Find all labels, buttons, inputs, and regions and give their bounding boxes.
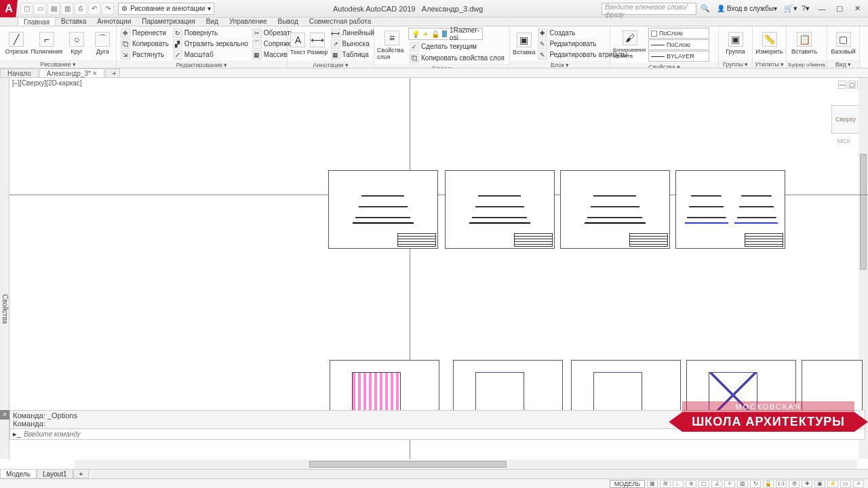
workspace-selector[interactable]: ⚙ Рисование и аннотации ▾ [118,3,214,15]
matchprop-button[interactable]: 🖌Копирование свойств [613,29,647,60]
match-layer-button[interactable]: ⿻Копировать свойства слоя [408,53,506,63]
viewport-controls[interactable]: [–][Сверху][2D-каркас] [12,79,82,87]
layer-combo[interactable]: 💡 ☀ 🔓 1Razmer-osi [408,28,483,40]
ortho-toggle-icon[interactable]: ∟ [673,480,684,488]
leader-button[interactable]: ↗Выноска [330,39,376,49]
transparency-toggle-icon[interactable]: ▨ [737,480,748,488]
isolate-icon[interactable]: ▣ [814,480,825,488]
customize-icon[interactable]: ≡ [853,480,864,488]
close-button[interactable]: ✕ [849,3,865,15]
line-button[interactable]: ╱Отрезок [3,28,31,59]
layout-tab-model[interactable]: Модель [0,470,37,479]
lineweight-combo[interactable]: ПоСлою [648,39,709,50]
search-icon[interactable]: 🔍 [701,4,710,13]
grid-toggle-icon[interactable]: ▦ [647,480,658,488]
annoscale-icon[interactable]: 🔒 [763,480,774,488]
rotate-button[interactable]: ↻Повернуть [172,28,250,38]
close-tab-icon[interactable]: × [93,70,97,77]
vp-minimize-icon[interactable]: — [838,81,846,89]
infocenter-search[interactable]: Введите ключевое слово/фразу [601,3,696,15]
panel-properties-title[interactable]: Свойства ▾ [610,63,718,68]
minimize-button[interactable]: — [814,3,830,15]
drawing-sheet[interactable] [328,170,438,249]
panel-annotation-title[interactable]: Аннотации ▾ [288,61,374,68]
file-tab-current[interactable]: Александр_3* × [39,68,104,77]
scale-icon[interactable]: 1:1 [776,480,787,488]
file-tab-start[interactable]: Начало [0,68,39,77]
otrack-toggle-icon[interactable]: ∠ [711,480,722,488]
workspace-icon[interactable]: ✚ [802,480,812,488]
make-current-button[interactable]: ✓Сделать текущим [408,41,506,52]
cmd-close-icon[interactable]: × [0,410,9,420]
tab-home[interactable]: Главная [18,17,56,26]
tab-output[interactable]: Вывод [273,17,304,26]
baseview-button[interactable]: ▢Базовый [830,28,856,59]
drawing-sheet[interactable] [560,170,670,249]
arc-button[interactable]: ⌒Дуга [92,28,113,59]
move-button[interactable]: ✥Перенести [119,28,170,38]
stretch-button[interactable]: ⇲Растянуть [119,49,170,60]
tab-collaborate[interactable]: Совместная работа [304,17,377,26]
qat-undo-icon[interactable]: ↶ [88,3,100,15]
horizontal-scrollbar[interactable] [75,460,857,469]
panel-draw-title[interactable]: Рисование ▾ [0,60,116,68]
group-button[interactable]: ▣Группа [722,28,749,59]
cycling-toggle-icon[interactable]: ↻ [750,480,761,488]
panel-block-title[interactable]: Блок ▾ [510,61,610,68]
lineweight-toggle-icon[interactable]: ≡ [724,480,735,488]
annovis-icon[interactable]: ⚙ [789,480,800,488]
tab-view[interactable]: Вид [201,17,224,26]
scale-button[interactable]: ⤢Масштаб [172,49,250,60]
linear-dim-button[interactable]: ⟷Линейный [330,28,376,38]
mirror-button[interactable]: ▞Отразить зеркально [172,39,250,49]
qat-saveas-icon[interactable]: ▥ [61,3,73,15]
tab-insert[interactable]: Вставка [56,17,92,26]
panel-modify-title[interactable]: Редактирование ▾ [117,61,287,68]
qat-save-icon[interactable]: ▤ [47,3,60,15]
panel-utils-title[interactable]: Утилиты▾ [753,60,786,68]
signin-button[interactable]: 👤 Вход в службы▾ [714,5,780,12]
app-logo[interactable]: A [0,0,18,18]
snap-toggle-icon[interactable]: ⊞ [660,480,671,488]
new-tab-button[interactable]: + [105,68,120,77]
layout-add-button[interactable]: + [73,470,90,479]
paste-button[interactable]: 📋Вставить [789,28,819,59]
copy-button[interactable]: ⿻Копировать [119,39,170,49]
layout-tab-layout1[interactable]: Layout1 [37,470,73,479]
cleanscreen-icon[interactable]: ▭ [840,480,851,488]
viewcube[interactable]: Сверху [831,105,860,134]
hardware-icon[interactable]: ⚡ [827,480,838,488]
osnap-toggle-icon[interactable]: ▢ [698,480,709,488]
panel-view-title[interactable]: Вид▾ [827,60,859,68]
tab-annotate[interactable]: Аннотации [92,17,136,26]
wcs-label[interactable]: МСК [837,138,850,144]
qat-new-icon[interactable]: ▢ [20,3,33,15]
maximize-button[interactable]: ▢ [831,3,848,15]
circle-button[interactable]: ○Круг [63,28,91,59]
modelspace-toggle[interactable]: МОДЕЛЬ [610,480,645,488]
help-icon[interactable]: ?▾ [802,4,810,13]
layer-properties-button[interactable]: ≡Свойства слоя [377,30,407,61]
vp-maximize-icon[interactable]: ▢ [848,81,856,89]
dimension-button[interactable]: ⟷Размер [307,28,328,60]
qat-redo-icon[interactable]: ↷ [102,3,114,15]
drawing-canvas[interactable]: Свойства [–][Сверху][2D-каркас] — ▢ × Св… [0,78,868,459]
qat-plot-icon[interactable]: ⎙ [75,3,87,15]
linetype-combo[interactable]: BYLAYER [648,51,709,62]
polyline-button[interactable]: ⌐Полилиния [32,28,62,59]
table-button[interactable]: ▦Таблица [330,49,376,60]
block-insert-button[interactable]: ▣Вставка [513,28,535,60]
tab-manage[interactable]: Управление [224,17,273,26]
exchange-icon[interactable]: 🛒▾ [784,4,797,13]
drawing-sheet[interactable] [445,170,555,249]
drawing-sheet[interactable] [675,170,785,249]
properties-palette-tab[interactable]: Свойства [0,78,9,459]
color-combo[interactable]: ПоСлою [648,28,709,39]
tab-parametric[interactable]: Параметризация [136,17,201,26]
polar-toggle-icon[interactable]: ⊕ [686,480,696,488]
panel-groups-title[interactable]: Группы▾ [719,60,752,68]
panel-clipboard-title[interactable]: Буфер обмена [787,60,827,68]
measure-button[interactable]: 📏Измерить [755,28,783,59]
text-button[interactable]: AТекст [290,28,306,60]
qat-open-icon[interactable]: ▭ [34,3,46,15]
